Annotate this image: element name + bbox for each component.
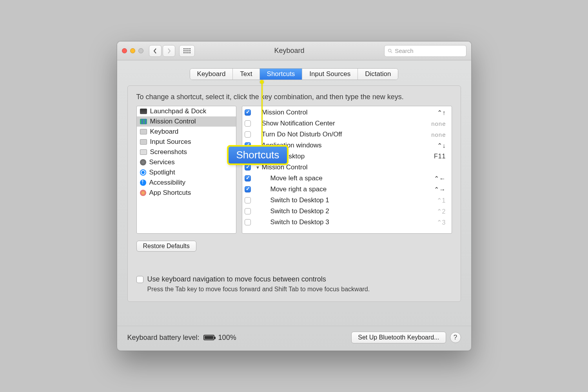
shortcut-key[interactable]: none [431,131,446,138]
shortcut-row[interactable]: Move right a space⌃→ [242,184,452,195]
shortcut-row[interactable]: Show Notification Centernone [242,118,452,129]
window-title: Keyboard [195,47,384,55]
setup-bluetooth-keyboard-button[interactable]: Set Up Bluetooth Keyboard... [351,332,446,343]
category-services[interactable]: Services [137,157,236,167]
disclosure-triangle-icon[interactable]: ▼ [256,165,260,170]
shortcut-key[interactable]: ⌃→ [434,186,446,193]
shortcut-checkbox[interactable] [245,120,251,127]
keyboard-prefs-window: Keyboard Keyboard Text Shortcuts Input S… [117,41,472,351]
shortcut-name: Move right a space [270,185,434,193]
tab-keyboard[interactable]: Keyboard [190,69,233,80]
shortcut-name: Mission Control [262,163,446,171]
accessibility-icon [140,180,146,186]
category-label: Keyboard [150,128,179,136]
close-icon[interactable] [122,48,127,53]
tab-text[interactable]: Text [233,69,260,80]
chevron-right-icon [167,48,171,54]
two-pane: Launchpad & Dock Mission Control Keyboar… [136,106,452,234]
shortcut-checkbox[interactable] [245,208,251,214]
search-icon [388,48,393,54]
restore-defaults-button[interactable]: Restore Defaults [136,241,196,252]
services-icon [140,159,146,165]
shortcuts-panel: To change a shortcut, select it, click t… [127,85,461,302]
keyboard-nav-checkbox[interactable] [136,276,143,283]
tab-shortcuts[interactable]: Shortcuts [260,69,303,80]
keyboard-icon [140,129,147,134]
svg-point-0 [388,49,391,52]
category-mission-control[interactable]: Mission Control [137,116,236,127]
shortcut-checkbox[interactable] [245,197,251,203]
shortcut-name: Switch to Desktop 2 [270,207,437,215]
shortcut-key[interactable]: ⌃← [434,175,446,182]
keyboard-nav-section: Use keyboard navigation to move focus be… [136,275,452,293]
shortcut-name: Turn Do Not Disturb On/Off [262,131,432,138]
category-launchpad-dock[interactable]: Launchpad & Dock [137,106,236,116]
shortcut-key[interactable]: ⌃↓ [437,142,446,149]
tab-bar: Keyboard Text Shortcuts Input Sources Di… [190,68,399,80]
shortcut-name: Show Notification Center [262,120,432,127]
shortcut-key[interactable]: F11 [434,153,446,160]
shortcut-checkbox[interactable] [245,175,251,181]
forward-button[interactable] [163,45,175,57]
category-screenshots[interactable]: Screenshots [137,147,236,157]
keyboard-nav-subtext: Press the Tab key to move focus forward … [147,286,452,293]
shortcut-row[interactable]: Turn Do Not Disturb On/Offnone [242,129,452,140]
nav-buttons [149,45,175,57]
instruction-text: To change a shortcut, select it, click t… [136,93,452,101]
category-list[interactable]: Launchpad & Dock Mission Control Keyboar… [136,106,236,234]
category-label: Accessibility [149,179,186,187]
category-label: Input Sources [150,138,191,146]
shortcut-checkbox[interactable] [245,109,251,116]
battery-label: Keyboard battery level: [127,334,200,342]
search-input[interactable] [395,47,463,54]
mission-control-icon [140,119,147,124]
category-label: Mission Control [150,118,196,125]
shortcut-checkbox[interactable] [245,186,251,192]
titlebar: Keyboard [117,42,471,60]
shortcut-key[interactable]: ⌃3 [437,219,446,226]
category-accessibility[interactable]: Accessibility [137,178,236,188]
shortcut-row[interactable]: Switch to Desktop 2⌃2 [242,206,452,217]
shortcut-row[interactable]: Switch to Desktop 1⌃1 [242,195,452,206]
shortcut-name: Show Desktop [262,152,434,160]
category-spotlight[interactable]: Spotlight [137,167,236,178]
grid-icon [183,48,191,53]
window-controls [122,48,143,53]
category-label: Launchpad & Dock [150,107,207,115]
shortcut-row[interactable]: Switch to Desktop 3⌃3 [242,217,452,228]
minimize-icon[interactable] [130,48,135,53]
shortcut-name: Mission Control [262,109,437,116]
shortcut-list[interactable]: Mission Control⌃↑Show Notification Cente… [242,106,452,234]
shortcut-row[interactable]: Mission Control⌃↑ [242,107,452,118]
category-app-shortcuts[interactable]: App Shortcuts [137,188,236,198]
svg-line-1 [390,51,392,53]
back-button[interactable] [149,45,162,57]
help-button[interactable]: ? [450,332,461,343]
category-input-sources[interactable]: Input Sources [137,137,236,147]
shortcut-row[interactable]: Move left a space⌃← [242,173,452,184]
shortcut-checkbox[interactable] [245,164,251,171]
category-label: Screenshots [150,148,187,156]
footer: Keyboard battery level: 100% Set Up Blue… [117,326,471,350]
shortcut-name: Application windows [262,142,437,149]
annotation-badge: Shortcuts [229,147,287,163]
shortcut-checkbox[interactable] [245,131,251,138]
shortcut-row[interactable]: ▼Mission Control [242,162,452,173]
input-sources-icon [140,139,147,145]
shortcut-key[interactable]: ⌃2 [437,208,446,215]
zoom-icon [138,48,143,53]
tab-input-sources[interactable]: Input Sources [302,69,358,80]
shortcut-key[interactable]: ⌃1 [437,197,446,204]
category-keyboard[interactable]: Keyboard [137,127,236,137]
shortcut-checkbox[interactable] [245,219,251,225]
search-field[interactable] [384,45,466,57]
shortcut-key[interactable]: none [431,120,446,127]
category-label: Spotlight [149,169,175,176]
tab-dictation[interactable]: Dictation [358,69,398,80]
annotation-line [261,82,263,154]
shortcut-key[interactable]: ⌃↑ [437,109,446,116]
screenshots-icon [140,149,147,155]
keyboard-nav-label: Use keyboard navigation to move focus be… [147,275,326,283]
launchpad-icon [140,109,147,114]
show-all-prefs-button[interactable] [179,45,195,57]
